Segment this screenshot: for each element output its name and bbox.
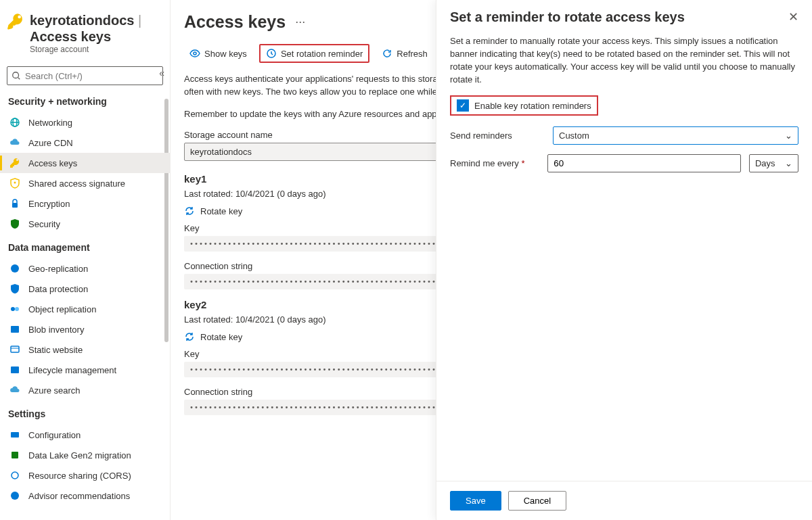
website-icon [9,344,20,355]
key-icon [9,158,20,168]
set-rotation-reminder-button[interactable]: Set rotation reminder [259,44,369,63]
refresh-icon [382,48,392,59]
rotation-reminder-panel: Set a reminder to rotate access keys ✕ S… [436,0,812,520]
rotate-icon [184,331,195,342]
lock-icon [9,198,20,209]
globe-icon [9,263,20,274]
clock-icon [266,48,277,59]
nav-static[interactable]: Static website [0,339,170,360]
remind-every-input[interactable] [547,154,741,172]
svg-point-18 [194,52,196,55]
key-icon [7,12,26,31]
nav-objrepl[interactable]: Object replication [0,299,170,319]
svg-point-17 [11,492,19,500]
svg-rect-15 [12,452,18,458]
nav-datalake[interactable]: Data Lake Gen2 migration [0,445,170,465]
remind-every-label: Remind me every * [450,158,547,168]
chevron-down-icon: ⌄ [785,158,792,168]
svg-point-5 [14,182,16,184]
nav-security[interactable]: Security [0,214,170,234]
resource-type: Storage account [30,45,163,54]
nav-azsearch[interactable]: Azure search [0,380,170,400]
nav-cdn[interactable]: Azure CDN [0,133,170,153]
svg-point-7 [11,264,19,273]
nav-access-keys[interactable]: Access keys [0,153,170,173]
svg-point-9 [15,307,19,311]
nav-lifecycle[interactable]: Lifecycle management [0,360,170,380]
nav-dataprotect[interactable]: Data protection [0,279,170,299]
svg-rect-13 [11,367,19,373]
lifecycle-icon [9,364,20,375]
sidebar: keyrotationdocs | Access keys Storage ac… [0,0,171,520]
page-title: keyrotationdocs | Access keys [30,12,163,45]
nav-networking[interactable]: Networking [0,112,170,133]
search-icon [12,71,21,80]
check-icon: ✓ [457,99,469,112]
svg-rect-14 [11,432,19,438]
svg-rect-11 [11,346,19,352]
shield-icon [9,218,20,229]
svg-point-0 [13,72,19,78]
nav-group-settings: Settings [0,400,170,425]
cloud-icon [9,137,20,148]
nav-encryption[interactable]: Encryption [0,193,170,214]
eye-icon [189,48,200,59]
search-input[interactable] [7,66,163,85]
nav: Security + networking Networking Azure C… [0,88,170,520]
enable-reminders-checkbox[interactable]: ✓ Enable key rotation reminders [450,95,598,116]
datalake-icon [9,450,20,460]
nav-group-data: Data management [0,234,170,258]
replication-icon [9,304,20,314]
svg-line-1 [18,78,20,80]
nav-advisor[interactable]: Advisor recommendations [0,486,170,506]
nav-blobinv[interactable]: Blob inventory [0,319,170,339]
save-button[interactable]: Save [450,491,501,511]
svg-rect-6 [12,203,18,208]
protect-icon [9,283,20,294]
send-reminders-label: Send reminders [450,131,553,141]
rotate-icon [184,206,195,216]
panel-title: Set a reminder to rotate access keys [450,9,685,25]
inventory-icon [9,324,20,335]
nav-geo[interactable]: Geo-replication [0,258,170,279]
nav-group-security: Security + networking [0,88,170,112]
send-reminders-select[interactable]: Custom ⌄ [553,126,798,145]
cancel-button[interactable]: Cancel [508,491,566,511]
show-keys-button[interactable]: Show keys [184,45,252,62]
panel-description: Set a reminder to manually rotate your a… [450,34,798,86]
nav-config[interactable]: Configuration [0,425,170,445]
unit-select[interactable]: Days ⌄ [749,154,798,172]
main-page-title: Access keys [184,12,286,32]
chevron-down-icon: ⌄ [785,131,792,141]
close-icon[interactable]: ✕ [788,9,798,24]
config-icon [9,429,20,440]
sas-icon [9,178,20,189]
svg-rect-10 [11,326,19,333]
nav-sas[interactable]: Shared access signature [0,173,170,193]
refresh-button[interactable]: Refresh [376,45,433,62]
collapse-sidebar-icon[interactable]: « [159,68,164,78]
search-field[interactable] [21,71,158,81]
search-cloud-icon [9,385,20,396]
advisor-icon [9,490,20,501]
network-icon [9,117,20,128]
svg-point-8 [11,307,15,311]
nav-cors[interactable]: Resource sharing (CORS) [0,465,170,486]
more-icon[interactable]: ··· [295,15,305,29]
cors-icon [9,470,20,481]
